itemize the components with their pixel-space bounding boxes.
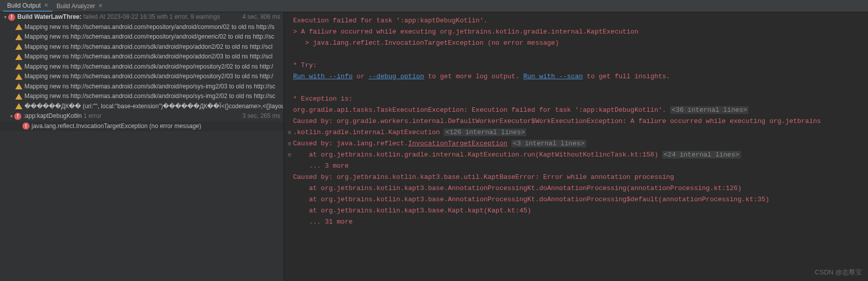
console-text: to get more log output. [424, 73, 523, 80]
exception-link[interactable]: InvocationTargetException [408, 140, 507, 147]
console-line: > java.lang.reflect.InvocationTargetExce… [293, 39, 559, 47]
console-line: * Try: [293, 61, 317, 69]
expand-icon[interactable]: ⊞ [286, 127, 293, 138]
console-line: .kotlin.gradle.internal.KaptExecution [293, 129, 444, 136]
tree-warning-row[interactable]: Mapping new ns http://schemas.android.co… [0, 72, 283, 82]
main-panel: ▾ ! Build WaterLawThree: failed At 2023-… [0, 12, 868, 281]
fold-hint[interactable]: <36 internal lines> [670, 106, 748, 114]
debug-option-link[interactable]: --debug option [368, 73, 424, 80]
warning-icon [15, 74, 22, 80]
console-line: ... 31 more [293, 218, 353, 226]
watermark: CSDN @志尊宝 [815, 267, 862, 278]
console-line: at org.jetbrains.kotlin.kapt3.base.Annot… [293, 196, 769, 203]
tree-error-row[interactable]: ! java.lang.reflect.InvocationTargetExce… [0, 121, 283, 132]
warning-text: Mapping new ns http://schemas.android.co… [24, 43, 273, 52]
tree-task-row[interactable]: ▾ ! :app:kaptDebugKotlin 1 error 3 sec, … [0, 111, 283, 121]
console-text [507, 140, 511, 147]
build-time: 4 sec, 806 ms [238, 13, 280, 22]
tree-root-row[interactable]: ▾ ! Build WaterLawThree: failed At 2023-… [0, 12, 283, 22]
tree-warning-row[interactable]: Mapping new ns http://schemas.android.co… [0, 91, 283, 102]
console-line: at org.jetbrains.kotlin.kapt3.base.Kapt.… [293, 207, 531, 214]
warning-icon [15, 54, 22, 60]
console-text: to get full insights. [583, 73, 671, 80]
tree-warning-row[interactable]: Mapping new ns http://schemas.android.co… [0, 22, 283, 33]
error-text: java.lang.reflect.InvocationTargetExcept… [32, 122, 201, 131]
tab-label: Build Output [7, 2, 41, 9]
tab-build-analyzer[interactable]: Build Analyzer ✕ [52, 1, 107, 11]
warning-icon [15, 93, 22, 100]
error-icon: ! [14, 113, 21, 120]
console-line: at org.jetbrains.kotlin.gradle.internal.… [293, 151, 662, 159]
build-tree: ▾ ! Build WaterLawThree: failed At 2023-… [0, 12, 284, 281]
warning-text: Mapping new ns http://schemas.android.co… [24, 72, 273, 81]
run-info-link[interactable]: Run with --info [293, 73, 353, 80]
warning-icon [15, 83, 22, 89]
fold-hint[interactable]: <3 internal lines> [511, 140, 586, 147]
console-line: > A failure occurred while executing org… [293, 28, 639, 36]
warning-text: Mapping new ns http://schemas.android.co… [24, 92, 275, 101]
warning-text: ������ДК�� (uri:"", local:"base-extensio… [24, 102, 283, 111]
console-text: Caused by: java.lang.reflect. [293, 140, 408, 147]
console-line: * Exception is: [293, 95, 353, 103]
tab-build-output[interactable]: Build Output ✕ [3, 1, 52, 12]
build-meta: At 2023-08-22 16:35 with 1 error, 9 warn… [100, 13, 220, 22]
console-panel: Execution failed for task ':app:kaptDebu… [284, 12, 868, 281]
console-line: at org.jetbrains.kotlin.kapt3.base.Annot… [293, 184, 742, 192]
chevron-down-icon[interactable]: ▾ [2, 13, 8, 22]
warning-text: Mapping new ns http://schemas.android.co… [24, 33, 274, 42]
expand-icon[interactable]: ⊞ [286, 149, 293, 161]
build-status: failed [83, 13, 98, 22]
tree-warning-row[interactable]: Mapping new ns http://schemas.android.co… [0, 52, 283, 62]
console-line: Caused by: org.gradle.workers.internal.D… [293, 117, 821, 125]
run-scan-link[interactable]: Run with --scan [524, 73, 583, 80]
console-line: org.gradle.api.tasks.TaskExecutionExcept… [293, 106, 670, 114]
error-icon: ! [22, 122, 30, 130]
warning-text: Mapping new ns http://schemas.android.co… [24, 82, 275, 91]
fold-hint[interactable]: <24 internal lines> [662, 151, 741, 159]
warning-text: Mapping new ns http://schemas.android.co… [24, 52, 273, 61]
console-line: ... 3 more [293, 162, 349, 170]
warning-icon [15, 64, 22, 70]
warning-icon [15, 34, 22, 40]
build-title: Build WaterLawThree: [17, 13, 81, 22]
console-line: Execution failed for task ':app:kaptDebu… [293, 17, 487, 24]
tree-warning-row[interactable]: Mapping new ns http://schemas.android.co… [0, 42, 283, 52]
chevron-down-icon[interactable]: ▾ [8, 112, 14, 121]
tree-warning-row[interactable]: ������ДК�� (uri:"", local:"base-extensio… [0, 102, 283, 112]
warning-text: Mapping new ns http://schemas.android.co… [24, 23, 275, 32]
close-icon[interactable]: ✕ [98, 3, 103, 9]
tab-bar: Build Output ✕ Build Analyzer ✕ [0, 0, 868, 12]
warning-text: Mapping new ns http://schemas.android.co… [24, 63, 273, 72]
error-icon: ! [8, 14, 15, 21]
tree-warning-row[interactable]: Mapping new ns http://schemas.android.co… [0, 82, 283, 92]
tab-label: Build Analyzer [56, 3, 95, 10]
console-line: Caused by: org.jetbrains.kotlin.kapt3.ba… [293, 173, 674, 181]
tree-warning-row[interactable]: Mapping new ns http://schemas.android.co… [0, 62, 283, 72]
console-text: or [353, 73, 368, 80]
warning-icon [15, 103, 22, 109]
task-meta: 1 error [83, 112, 101, 121]
task-name: :app:kaptDebugKotlin [23, 112, 82, 121]
close-icon[interactable]: ✕ [44, 2, 48, 9]
task-time: 3 sec, 265 ms [238, 112, 280, 121]
fold-hint[interactable]: <126 internal lines> [444, 129, 526, 136]
warning-icon [15, 44, 22, 50]
warning-icon [15, 24, 22, 30]
expand-icon[interactable]: ⊞ [286, 138, 293, 149]
tree-warning-row[interactable]: Mapping new ns http://schemas.android.co… [0, 32, 283, 42]
